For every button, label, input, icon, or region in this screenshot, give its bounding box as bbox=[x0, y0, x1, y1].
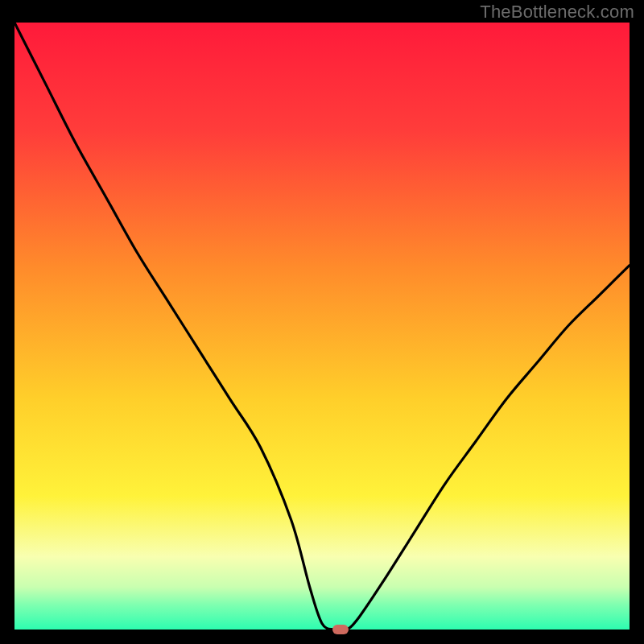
chart-frame: TheBottleneck.com bbox=[0, 0, 644, 644]
watermark-text: TheBottleneck.com bbox=[480, 2, 634, 23]
minimum-marker bbox=[332, 625, 349, 634]
chart-plot-area bbox=[14, 23, 630, 630]
chart-background bbox=[14, 23, 630, 630]
chart-svg bbox=[14, 23, 630, 630]
